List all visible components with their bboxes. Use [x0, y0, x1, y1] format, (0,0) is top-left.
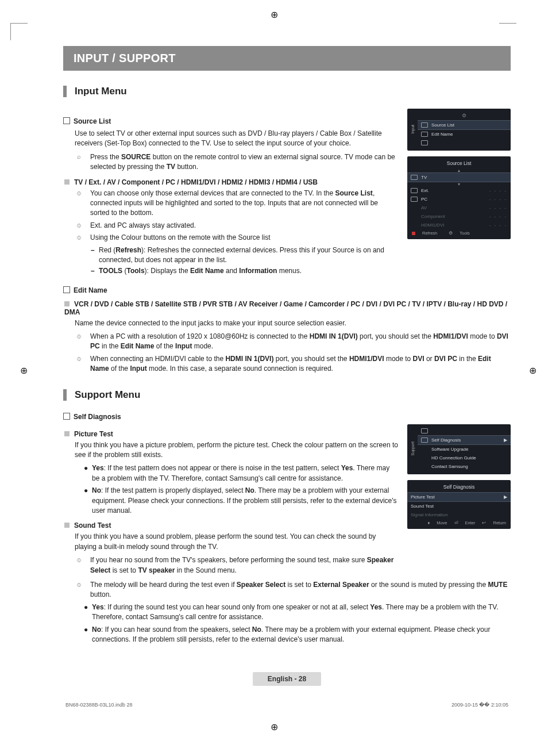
- tv-ext-note-1: ⦶ You can choose only those external dev…: [77, 189, 398, 218]
- note-icon: ⦶: [77, 555, 87, 575]
- grey-square-icon: [64, 523, 70, 528]
- edit-name-note-2: ⦶ When connecting an HDMI/DVI cable to t…: [77, 354, 511, 374]
- osd-support-menu: Support Self Diagnosis▶ Software Upgrade…: [407, 424, 511, 474]
- osd-sd-signal: Signal Information: [407, 511, 511, 519]
- registration-mark-left: ⊕: [18, 366, 29, 376]
- osd-src-foot: Refresh⚙Tools: [407, 229, 511, 236]
- source-list-remote-note: ⌕ Press the SOURCE button on the remote …: [77, 152, 398, 172]
- osd-src-tv: TV: [407, 172, 511, 182]
- question-icon: [421, 438, 428, 443]
- box-icon: [411, 188, 418, 193]
- sound-test-yes: ● Yes: If during the sound test you can …: [84, 603, 511, 623]
- registration-mark-top: ⊕: [269, 9, 279, 20]
- source-list-head: Source List: [63, 117, 398, 125]
- card-icon: [421, 140, 428, 145]
- print-meta: BN68-02388B-03L10.indb 28 2009-10-15 �� …: [63, 702, 511, 718]
- osd-sup-sw: Software Upgrade: [418, 445, 511, 454]
- sound-test-note-1: ⦶ If you hear no sound from the TV's spe…: [77, 555, 398, 575]
- tv-ext-note-2: ⦶ Ext. and PC always stay activated.: [77, 221, 398, 231]
- picture-test-head: Picture Test: [63, 430, 398, 438]
- osd-input-menu: Input ⚙ Source List Edit Name: [407, 109, 511, 151]
- osd-src-pc: PC- - - -: [407, 195, 511, 204]
- crop-mark-tr: [499, 23, 516, 40]
- red-button-icon: [412, 232, 415, 235]
- osd-source-list: Source List ▲ TV ▼ Ext.- - - - PC- - - -…: [407, 156, 511, 239]
- tv-ext-head: TV / Ext. / AV / Component / PC / HDMI1/…: [63, 178, 398, 186]
- remote-icon: ⌕: [77, 152, 87, 172]
- bullet-square-icon: [63, 413, 70, 420]
- osd-sd-sound: Sound Test: [407, 502, 511, 511]
- page-number-pill: English - 28: [253, 672, 321, 686]
- note-icon: ⦶: [77, 233, 87, 243]
- tv-ext-note-3: ⦶ Using the Colour buttons on the remote…: [77, 233, 398, 243]
- osd-src-av: AV- - - -: [407, 204, 511, 212]
- edit-name-p1: Name the device connected to the input j…: [75, 318, 511, 328]
- osd-src-ext: Ext.- - - -: [407, 186, 511, 195]
- note-icon: ⦶: [77, 332, 87, 352]
- note-icon: ⦶: [77, 221, 87, 231]
- picture-test-yes: ● Yes: If the test pattern does not appe…: [84, 463, 398, 483]
- note-icon: ⦶: [77, 189, 87, 218]
- edit-name-list: VCR / DVD / Cable STB / Satellite STB / …: [63, 300, 511, 316]
- osd-src-component: Component- - - -: [407, 212, 511, 221]
- footer: English - 28: [63, 672, 511, 686]
- osd-sd-picture: Picture Test▶: [407, 492, 511, 502]
- bullet-square-icon: [63, 286, 70, 293]
- osd-item-source-list: Source List: [418, 120, 511, 130]
- section-support-title: Support Menu: [63, 389, 511, 401]
- crop-mark-tl: [10, 23, 28, 40]
- osd-sd-foot: ♦Move ⏎Enter ↩Return: [407, 519, 511, 525]
- grey-square-icon: [64, 179, 70, 185]
- registration-mark-right: ⊕: [527, 366, 538, 376]
- section-input-title: Input Menu: [63, 86, 511, 97]
- dash-refresh: – Red (Refresh): Refreshes the connected…: [91, 245, 398, 266]
- registration-mark-bottom: ⊕: [269, 722, 279, 732]
- sound-test-p1: If you think you have a sound problem, p…: [75, 532, 398, 552]
- grey-square-icon: [64, 431, 70, 436]
- print-timestamp: 2009-10-15 �� 2:10:05: [451, 702, 508, 708]
- sound-test-no: ● No: If you can hear sound from the spe…: [84, 625, 511, 645]
- note-icon: ⦶: [77, 354, 87, 374]
- self-diag-head: Self Diagnosis: [63, 412, 511, 421]
- note-icon: ⦶: [77, 580, 87, 600]
- banner-title: INPUT / SUPPORT: [63, 46, 511, 71]
- osd-sup-hd: HD Connection Guide: [418, 454, 511, 462]
- card-icon: [421, 428, 428, 433]
- edit-name-note-1: ⦶ When a PC with a resolution of 1920 x …: [77, 332, 511, 352]
- pc-icon: [411, 197, 418, 202]
- edit-name-head: Edit Name: [63, 286, 511, 294]
- osd-sup-self-diag: Self Diagnosis▶: [418, 435, 511, 445]
- osd-src-hdmi1: HDMI1/DVI- - - -: [407, 221, 511, 229]
- source-list-p1: Use to select TV or other external input…: [75, 129, 398, 149]
- sound-test-head: Sound Test: [63, 521, 398, 529]
- dash-tools: – TOOLS (Tools): Displays the Edit Name …: [91, 266, 398, 276]
- osd-self-diag: Self Diagnosis Picture Test▶ Sound Test …: [407, 480, 511, 529]
- card-icon: [421, 132, 428, 137]
- sound-test-note-2: ⦶ The melody will be heard during the te…: [77, 580, 511, 600]
- osd-sup-contact: Contact Samsung: [418, 462, 511, 471]
- picture-test-no: ● No: If the test pattern is properly di…: [84, 486, 398, 516]
- plug-icon: [421, 122, 428, 128]
- bullet-square-icon: [63, 117, 70, 124]
- osd-item-edit-name: Edit Name: [418, 130, 511, 139]
- tv-icon: [411, 175, 418, 180]
- grey-square-icon: [64, 301, 70, 306]
- print-file: BN68-02388B-03L10.indb 28: [65, 702, 133, 708]
- picture-test-p1: If you think you have a picture problem,…: [75, 440, 398, 460]
